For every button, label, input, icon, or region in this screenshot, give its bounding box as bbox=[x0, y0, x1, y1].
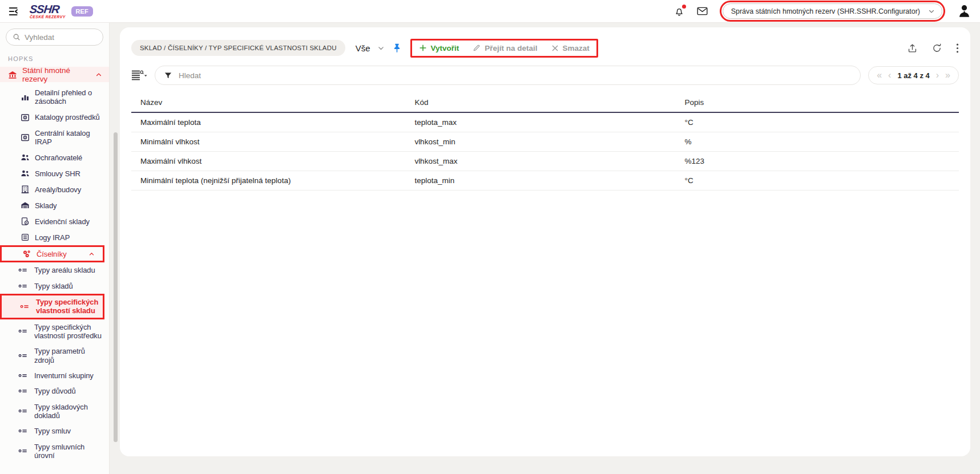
sidebar-item-evidencni-sklady[interactable]: Evidenční sklady bbox=[0, 213, 109, 229]
building-icon bbox=[21, 185, 30, 194]
sidebar-item-typy-skladovych-dokladu[interactable]: Typy skladových dokladů bbox=[0, 399, 109, 424]
bank-icon bbox=[8, 70, 17, 79]
notification-dot bbox=[682, 5, 686, 9]
pin-icon[interactable] bbox=[393, 43, 401, 53]
sidebar-item-label: Typy areálu skladu bbox=[34, 266, 95, 274]
cell-kod: vlhkost_min bbox=[414, 137, 684, 146]
app-context-dropdown[interactable]: Správa státních hmotných rezerv (SHR.SSH… bbox=[723, 3, 942, 19]
sidebar-item-typy-duvodu[interactable]: Typy důvodů bbox=[0, 383, 109, 399]
sidebar-item-sklady[interactable]: Sklady bbox=[0, 197, 109, 213]
chevron-down-icon[interactable] bbox=[377, 44, 385, 52]
delete-button[interactable]: Smazat bbox=[551, 44, 590, 52]
sidebar-item-label: Typy specifických vlastností prostředku bbox=[34, 323, 107, 341]
plus-icon bbox=[419, 44, 427, 52]
list-item-icon bbox=[18, 283, 30, 289]
content-header: SKLAD / ČÍSELNÍKY / TYP SPECIFICKÉ VLAST… bbox=[131, 38, 959, 58]
table-row[interactable]: Minimální vlhkost vlhkost_min % bbox=[131, 132, 959, 152]
table-row[interactable]: Maximální teplota teplota_max °C bbox=[131, 113, 959, 132]
sidebar-item-label: Areály/budovy bbox=[35, 185, 81, 194]
sidebar-item-label: Inventurní skupiny bbox=[34, 371, 94, 380]
sidebar-item-typy-specifickych-vlastnosti-prostredku[interactable]: Typy specifických vlastností prostředku bbox=[0, 319, 109, 344]
sidebar-scrollbar[interactable] bbox=[114, 132, 118, 442]
column-header[interactable]: Název bbox=[140, 98, 414, 107]
first-page-icon[interactable] bbox=[877, 71, 882, 80]
people-icon bbox=[21, 169, 30, 178]
sidebar-item-label: Sklady bbox=[35, 201, 57, 210]
filter-row: 1 až 4 z 4 bbox=[131, 66, 959, 85]
topbar-right: Správa státních hmotných rezerv (SHR.SSH… bbox=[674, 1, 972, 22]
cell-popis: °C bbox=[685, 176, 959, 185]
list-item-icon bbox=[18, 267, 30, 273]
sidebar-item-label: Typy skladových dokladů bbox=[34, 403, 107, 420]
last-page-icon[interactable] bbox=[945, 71, 950, 80]
sidebar-item-typy-skladu[interactable]: Typy skladů bbox=[0, 278, 109, 294]
app-root: SSHR ČESKÉ REZERVY REF Správa státních h… bbox=[0, 0, 980, 474]
sidebar-search-input[interactable] bbox=[25, 33, 87, 42]
sidebar-item-typy-arealu-skladu[interactable]: Typy areálu skladu bbox=[0, 262, 109, 278]
bar-chart-icon bbox=[21, 92, 30, 102]
sidebar-item-arealy-budovy[interactable]: Areály/budovy bbox=[0, 181, 109, 197]
sidebar-item-ochranovatele[interactable]: Ochraňovatelé bbox=[0, 149, 109, 165]
catalog-icon bbox=[21, 113, 30, 122]
messages-envelope-icon[interactable] bbox=[696, 5, 708, 17]
table-row[interactable]: Minimální teplota (nejnižší přijatelná t… bbox=[131, 171, 959, 191]
sidebar-item-label: Ochraňovatelé bbox=[35, 153, 82, 162]
column-chooser-icon[interactable] bbox=[131, 70, 147, 81]
filter-funnel-icon bbox=[164, 71, 172, 80]
app-context-value: Správa státních hmotných rezerv (SHR.SSH… bbox=[731, 7, 920, 15]
sidebar-item-statni-hmotne-rezervy[interactable]: Státní hmotné rezervy bbox=[0, 67, 109, 82]
sidebar-search[interactable] bbox=[6, 29, 103, 46]
catalog-icon bbox=[21, 133, 30, 142]
log-document-icon bbox=[21, 233, 30, 242]
user-avatar[interactable] bbox=[957, 3, 972, 19]
pencil-icon bbox=[473, 44, 481, 52]
sidebar-item-smlouvy-shr[interactable]: Smlouvy SHR bbox=[0, 165, 109, 181]
export-icon[interactable] bbox=[907, 43, 918, 54]
table-search-input[interactable] bbox=[179, 71, 852, 80]
list-item-icon bbox=[18, 448, 30, 454]
previous-page-icon[interactable] bbox=[888, 71, 891, 80]
cell-nazev: Maximální vlhkost bbox=[140, 157, 414, 165]
sidebar-item-label: Typy důvodů bbox=[34, 387, 76, 395]
sidebar-item-centralni-katalog-irap[interactable]: Centrální katalog IRAP bbox=[0, 125, 109, 150]
refresh-icon[interactable] bbox=[931, 43, 942, 54]
column-header[interactable]: Popis bbox=[685, 98, 959, 107]
create-button[interactable]: Vytvořit bbox=[419, 44, 459, 52]
breadcrumb: SKLAD / ČÍSELNÍKY / TYP SPECIFICKÉ VLAST… bbox=[131, 40, 345, 56]
sidebar-item-typy-smluv[interactable]: Typy smluv bbox=[0, 423, 109, 439]
cell-popis: °C bbox=[685, 118, 959, 127]
sidebar-item-detailni-prehled[interactable]: Detailní přehled o zásobách bbox=[0, 85, 109, 110]
list-item-icon bbox=[18, 408, 30, 414]
sidebar-item-typy-specifickych-vlastnosti-skladu[interactable]: Typy specifických vlastností skladu bbox=[0, 294, 104, 319]
table-search[interactable] bbox=[155, 66, 861, 85]
sidebar-item-typy-smluvnich-urovni[interactable]: Typy smluvních úrovní bbox=[0, 439, 109, 464]
data-table: Název Kód Popis Maximální teplota teplot… bbox=[131, 93, 959, 191]
list-item-icon bbox=[20, 303, 31, 310]
chevron-up-icon bbox=[95, 71, 102, 78]
sidebar-collapse-icon[interactable] bbox=[8, 5, 21, 18]
kebab-menu-icon[interactable] bbox=[956, 43, 959, 54]
sidebar-item-katalogy-prostredku[interactable]: Katalogy prostředků bbox=[0, 110, 109, 125]
logo-text: SSHR bbox=[29, 3, 66, 15]
sidebar-item-label: Typy smluv bbox=[34, 427, 71, 435]
sidebar-item-label: Typy parametrů zdrojů bbox=[34, 347, 107, 364]
sidebar-item-label: Katalogy prostředků bbox=[35, 113, 100, 121]
view-filter-dropdown[interactable]: Vše bbox=[356, 43, 370, 53]
cell-popis: % bbox=[685, 137, 959, 146]
sidebar-item-ciselniky[interactable]: Číselníky bbox=[0, 245, 104, 262]
column-header[interactable]: Kód bbox=[414, 98, 684, 107]
next-page-icon[interactable] bbox=[936, 71, 939, 80]
notifications-bell-icon[interactable] bbox=[674, 6, 685, 17]
list-item-icon bbox=[18, 372, 30, 379]
cell-kod: teplota_max bbox=[414, 118, 684, 127]
sidebar-item-logy-irap[interactable]: Logy IRAP bbox=[0, 229, 109, 245]
environment-badge: REF bbox=[71, 6, 93, 17]
sidebar-item-typy-parametru-zdroju[interactable]: Typy parametrů zdrojů bbox=[0, 343, 109, 368]
sidebar-item-inventurni-skupiny[interactable]: Inventurní skupiny bbox=[0, 368, 109, 383]
chevron-down-icon bbox=[928, 8, 935, 15]
sidebar-item-label: Evidenční sklady bbox=[35, 217, 90, 226]
sidebar-item-label: Smlouvy SHR bbox=[35, 169, 80, 178]
table-row[interactable]: Maximální vlhkost vlhkost_max %123 bbox=[131, 152, 959, 171]
x-icon bbox=[551, 44, 559, 52]
go-to-detail-button[interactable]: Přejít na detail bbox=[473, 44, 537, 52]
